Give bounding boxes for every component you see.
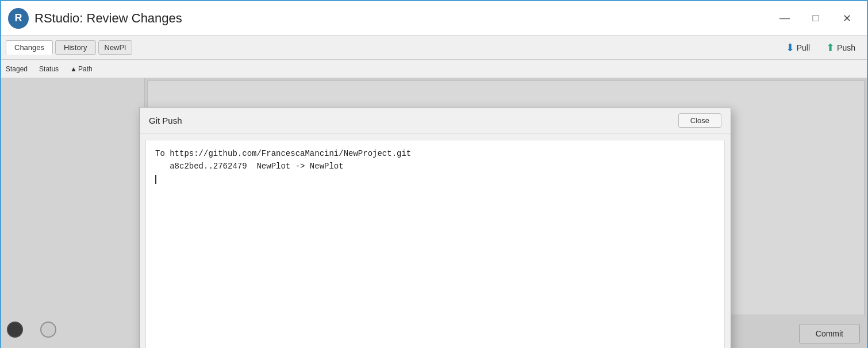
window-title: RStudio: Review Changes xyxy=(34,11,771,26)
maximize-button[interactable]: □ xyxy=(802,5,829,32)
column-header-row: Staged Status ▲ Path xyxy=(1,60,867,78)
modal-output: To https://github.com/FrancescaMancini/N… xyxy=(146,140,724,193)
path-column-header: ▲ Path xyxy=(70,65,93,73)
modal-body: To https://github.com/FrancescaMancini/N… xyxy=(145,140,725,348)
pull-label: Pull xyxy=(797,43,810,52)
minimize-button[interactable]: — xyxy=(771,5,798,32)
modal-header: Git Push Close xyxy=(140,108,731,134)
staged-column-header: Staged xyxy=(6,65,28,73)
cursor xyxy=(155,175,156,184)
pull-arrow-icon: ⬇ xyxy=(786,41,794,54)
rstudio-logo: R xyxy=(8,8,29,29)
close-window-button[interactable]: ✕ xyxy=(834,5,860,32)
status-column-header: Status xyxy=(39,65,59,73)
main-window: R RStudio: Review Changes — □ ✕ Changes … xyxy=(0,0,868,348)
content-area: Commit Git Push Close To https://github.… xyxy=(1,78,867,348)
sort-arrow-icon: ▲ xyxy=(70,65,77,73)
tab-newproject[interactable]: NewPl xyxy=(98,40,133,55)
tab-history[interactable]: History xyxy=(55,40,95,55)
window-controls: — □ ✕ xyxy=(771,5,860,32)
toolbar-row: Changes History NewPl ⬇ Pull ⬆ Push xyxy=(1,36,867,60)
tab-changes[interactable]: Changes xyxy=(6,40,53,55)
git-push-dialog: Git Push Close To https://github.com/Fra… xyxy=(139,107,731,348)
output-line1: To https://github.com/FrancescaMancini/N… xyxy=(155,149,411,158)
push-button[interactable]: ⬆ Push xyxy=(819,39,862,56)
push-label: Push xyxy=(837,43,855,52)
modal-title: Git Push xyxy=(149,116,182,125)
title-bar: R RStudio: Review Changes — □ ✕ xyxy=(1,1,867,36)
push-arrow-icon: ⬆ xyxy=(826,41,835,54)
output-line2: a8c2bed..2762479 NewPlot -> NewPlot xyxy=(155,162,344,171)
modal-close-button[interactable]: Close xyxy=(678,113,721,128)
pull-button[interactable]: ⬇ Pull xyxy=(779,39,817,56)
